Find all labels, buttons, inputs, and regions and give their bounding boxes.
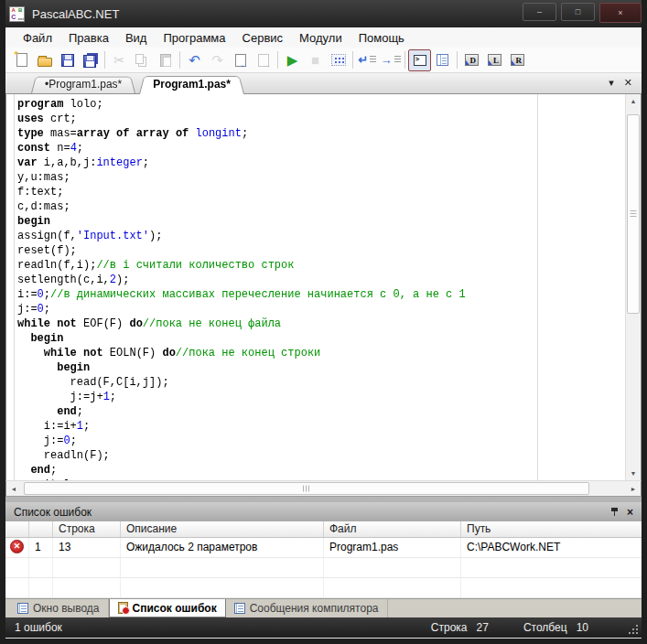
bottom-tab-output[interactable]: Окно вывода (9, 599, 109, 617)
new-file-button[interactable] (10, 49, 33, 71)
run-button[interactable]: ▶ (281, 49, 304, 71)
indent-lines-button[interactable]: ↵ (356, 49, 379, 71)
module-d-icon: D (465, 54, 479, 66)
code-line-9[interactable]: begin (17, 214, 624, 229)
scroll-down-icon[interactable]: ▼ (626, 467, 641, 480)
code-line-21[interactable]: j:=j+1; (17, 390, 624, 404)
stop-button[interactable]: ■ (304, 49, 327, 71)
code-line-2[interactable]: uses crt; (17, 112, 624, 126)
scroll-right-icon[interactable]: ► (626, 481, 641, 496)
horizontal-scrollbar[interactable]: ◄ ► (5, 480, 642, 496)
cut-button[interactable]: ✂ (108, 49, 131, 71)
module-l-button[interactable]: L (483, 49, 506, 71)
code-line-22[interactable]: end; (17, 404, 624, 419)
code-line-6[interactable]: y,u:mas; (17, 170, 624, 185)
outdent-lines-button[interactable]: → (379, 49, 402, 71)
module-d-button[interactable]: D (460, 49, 483, 71)
code-line-8[interactable]: c,d:mas; (17, 199, 624, 214)
goto-prev-button[interactable] (229, 49, 252, 71)
copy-button[interactable] (131, 49, 154, 71)
code-editor[interactable]: program lolo;uses crt;type mas=array of … (5, 94, 642, 480)
tab-list-dropdown-icon[interactable]: ▾ (609, 77, 614, 89)
scroll-up-icon[interactable]: ▲ (626, 94, 641, 108)
menu-program[interactable]: Программа (155, 29, 233, 47)
code-line-4[interactable]: const n=4; (17, 141, 624, 156)
column-number[interactable] (29, 521, 53, 537)
empty-cell (121, 558, 324, 577)
redo-button[interactable]: ↷ (206, 49, 229, 71)
minimize-button[interactable]: – (523, 3, 556, 21)
status-column: Столбец10 (523, 621, 588, 634)
code-line-3[interactable]: type mas=array of array of longint; (17, 126, 624, 141)
panel-splitter[interactable] (5, 496, 642, 502)
scroll-left-icon[interactable]: ◄ (6, 481, 21, 496)
column-icon[interactable] (5, 521, 29, 537)
structure-panel-button[interactable] (431, 49, 454, 71)
editor-tab-bar: •Program1.pas*Program1.pas* ▾ ✕ (5, 73, 642, 94)
code-line-25[interactable]: readln(F); (17, 448, 624, 463)
menu-edit[interactable]: Правка (60, 29, 117, 47)
code-line-17[interactable]: begin (17, 331, 624, 346)
code-line-10[interactable]: assign(f,'Input.txt'); (17, 229, 624, 243)
paste-button[interactable] (154, 49, 177, 71)
toolbar-separator (277, 51, 278, 69)
maximize-button[interactable]: □ (561, 3, 595, 21)
code-line-24[interactable]: j:=0; (17, 434, 624, 448)
bottom-tab-compiler-messages[interactable]: Сообщения компилятора (226, 599, 388, 617)
module-r-button[interactable]: R (506, 49, 529, 71)
horizontal-scroll-thumb[interactable] (24, 482, 589, 495)
save-button[interactable] (56, 49, 79, 71)
menu-view[interactable]: Вид (117, 29, 156, 47)
tab-close-icon[interactable]: ✕ (624, 77, 632, 89)
code-area[interactable]: program lolo;uses crt;type mas=array of … (6, 94, 624, 480)
tab-program1-other[interactable]: •Program1.pas* (31, 75, 135, 93)
status-line: Строка27 (431, 621, 489, 634)
code-line-13[interactable]: setlength(c,i,2); (17, 273, 624, 287)
open-file-button[interactable] (33, 49, 56, 71)
vertical-scroll-thumb[interactable] (627, 114, 640, 314)
code-line-1[interactable]: program lolo; (17, 97, 624, 112)
pin-icon[interactable] (610, 507, 619, 518)
toolbar-separator (179, 51, 180, 69)
code-line-26[interactable]: end; (17, 463, 624, 478)
menu-file[interactable]: Файл (15, 29, 60, 47)
panel-close-icon[interactable]: × (627, 507, 633, 518)
code-line-7[interactable]: f:text; (17, 185, 624, 199)
status-column-value: 10 (577, 621, 588, 634)
undo-button[interactable]: ↶ (183, 49, 206, 71)
code-line-20[interactable]: read(F,C[i,j]); (17, 375, 624, 390)
bottom-tab-error-list[interactable]: Список ошибок (109, 599, 226, 617)
code-line-12[interactable]: readln(f,i);//в i считали количество стр… (17, 258, 624, 273)
code-line-23[interactable]: i:=i+1; (17, 419, 624, 434)
new-file-icon (16, 53, 27, 67)
bottom-tab-bar: Окно выводаСписок ошибокСообщения компил… (5, 598, 642, 617)
code-line-16[interactable]: while not EOF(F) do//пока не конец файла (17, 317, 624, 331)
tab-program1[interactable]: Program1.pas* (139, 74, 244, 94)
code-line-19[interactable]: begin (17, 360, 624, 375)
toolbar-separator (457, 51, 458, 69)
save-all-button[interactable] (79, 49, 102, 71)
indent-lines-icon: ↵ (359, 54, 377, 66)
menu-service[interactable]: Сервис (234, 29, 292, 47)
console-window-button[interactable] (408, 49, 431, 71)
column-description[interactable]: Описание (121, 521, 324, 537)
code-line-5[interactable]: var i,a,b,j:integer; (17, 156, 624, 170)
column-line[interactable]: Строка (53, 521, 121, 537)
paste-icon (160, 54, 171, 67)
app-window: A B C .net PascalABC.NET – □ × ФайлПравк… (0, 0, 647, 644)
menu-help[interactable]: Помощь (350, 29, 413, 47)
code-line-14[interactable]: i:=0;//в динамических массивах перечесле… (17, 287, 624, 302)
error-row[interactable]: ✕113Ожидалось 2 параметровProgram1.pasC:… (5, 538, 642, 558)
menu-modules[interactable]: Модули (291, 29, 350, 47)
code-line-15[interactable]: j:=0; (17, 302, 624, 317)
code-line-11[interactable]: reset(f); (17, 243, 624, 258)
vertical-scrollbar[interactable]: ▲ ▼ (625, 94, 641, 480)
status-position: Строка27 Столбец10 (431, 621, 588, 634)
resize-grip[interactable] (628, 624, 638, 634)
goto-next-button[interactable] (252, 49, 275, 71)
compile-form-button[interactable] (327, 49, 350, 71)
column-file[interactable]: Файл (324, 521, 461, 537)
column-path[interactable]: Путь (461, 521, 642, 537)
code-line-18[interactable]: while not EOLN(F) do//пока не конец стро… (17, 346, 624, 360)
close-button[interactable]: × (599, 3, 642, 23)
